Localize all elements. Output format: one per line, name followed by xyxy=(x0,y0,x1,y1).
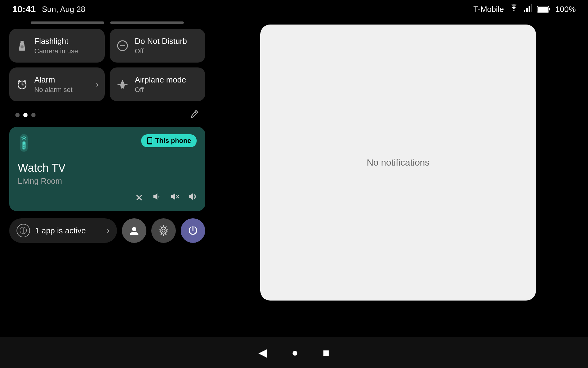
svg-rect-1 xyxy=(526,8,528,12)
watch-tv-header: This phone xyxy=(18,134,197,155)
back-button[interactable]: ◀ xyxy=(258,346,267,359)
home-button[interactable]: ● xyxy=(292,346,298,359)
airplane-tile-text: Airplane mode Off xyxy=(135,75,199,94)
dot-1 xyxy=(15,113,20,117)
svg-point-20 xyxy=(23,146,24,147)
user-button[interactable] xyxy=(122,218,146,243)
handle-left xyxy=(31,21,104,24)
watch-tv-card[interactable]: This phone Watch TV Living Room ✕ xyxy=(9,127,205,211)
alarm-chevron: › xyxy=(96,79,99,89)
main-content: Flashlight Camera in use Do Not Disturb … xyxy=(0,18,588,337)
status-right: T-Mobile 100% xyxy=(473,4,576,14)
dot-2 xyxy=(23,113,28,117)
dot-3 xyxy=(31,113,36,117)
close-button[interactable]: ✕ xyxy=(135,192,143,204)
svg-point-28 xyxy=(162,229,165,232)
svg-point-24 xyxy=(149,144,150,144)
active-app-chevron: › xyxy=(107,226,110,236)
active-app-text: 1 app is active xyxy=(35,226,102,236)
notifications-panel: No notifications xyxy=(214,18,588,337)
edit-tiles-button[interactable] xyxy=(190,109,199,121)
tile-alarm[interactable]: Alarm No alarm set › xyxy=(9,67,105,101)
watch-tv-title: Watch TV xyxy=(18,162,197,174)
svg-rect-2 xyxy=(529,6,530,12)
nav-bar: ◀ ● ■ xyxy=(0,337,588,368)
remote-icon xyxy=(18,134,30,155)
handle-right xyxy=(110,21,184,24)
volume-down-button[interactable] xyxy=(152,192,161,204)
top-handles xyxy=(9,21,205,24)
watch-tv-location: Living Room xyxy=(18,176,197,186)
svg-rect-19 xyxy=(23,142,25,145)
tile-flashlight[interactable]: Flashlight Camera in use xyxy=(9,29,105,63)
tiles-grid: Flashlight Camera in use Do Not Disturb … xyxy=(9,29,205,101)
page-dots xyxy=(15,113,36,117)
svg-rect-7 xyxy=(21,41,24,43)
notifications-card: No notifications xyxy=(260,25,536,301)
quick-settings-panel: Flashlight Camera in use Do Not Disturb … xyxy=(0,18,214,337)
battery-percent: 100% xyxy=(556,5,576,14)
carrier-text: T-Mobile xyxy=(473,5,504,14)
active-app-bar[interactable]: ⓘ 1 app is active › xyxy=(9,218,117,243)
svg-rect-6 xyxy=(549,8,550,10)
svg-line-16 xyxy=(195,112,197,113)
volume-up-button[interactable] xyxy=(187,192,197,204)
settings-button[interactable] xyxy=(151,218,176,243)
active-app-info: ⓘ 1 app is active xyxy=(17,224,102,237)
power-button[interactable] xyxy=(181,218,205,243)
status-bar: 10:41 Sun, Aug 28 T-Mobile xyxy=(0,0,588,18)
alarm-title: Alarm xyxy=(34,75,90,85)
tile-dnd[interactable]: Do Not Disturb Off xyxy=(110,29,205,63)
svg-rect-3 xyxy=(531,4,532,12)
svg-rect-0 xyxy=(524,10,525,12)
flashlight-subtitle: Camera in use xyxy=(34,47,99,55)
airplane-title: Airplane mode xyxy=(135,75,199,85)
dnd-subtitle: Off xyxy=(135,47,199,55)
flashlight-tile-text: Flashlight Camera in use xyxy=(34,36,99,55)
watch-tv-controls: ✕ xyxy=(18,192,197,204)
this-phone-text: This phone xyxy=(155,137,191,145)
wifi-icon xyxy=(509,4,519,14)
battery-icon xyxy=(537,6,551,13)
airplane-icon xyxy=(116,79,129,90)
flashlight-icon xyxy=(15,40,29,51)
airplane-subtitle: Off xyxy=(135,86,199,94)
flashlight-title: Flashlight xyxy=(34,36,99,46)
svg-rect-23 xyxy=(148,138,152,143)
alarm-tile-text: Alarm No alarm set xyxy=(34,75,90,94)
svg-line-14 xyxy=(18,80,20,82)
svg-line-15 xyxy=(24,80,26,82)
signal-icon xyxy=(524,4,532,14)
status-time: 10:41 xyxy=(12,4,36,14)
svg-point-21 xyxy=(23,148,24,149)
dnd-icon xyxy=(116,40,129,52)
svg-point-8 xyxy=(21,45,24,48)
no-notifications-text: No notifications xyxy=(367,157,429,168)
dnd-title: Do Not Disturb xyxy=(135,36,199,46)
this-phone-badge: This phone xyxy=(141,134,197,147)
svg-rect-5 xyxy=(538,7,548,12)
svg-point-27 xyxy=(132,227,136,231)
mute-button[interactable] xyxy=(170,192,179,204)
alarm-subtitle: No alarm set xyxy=(34,86,90,94)
info-icon: ⓘ xyxy=(17,224,30,237)
dots-row xyxy=(9,106,205,124)
recents-button[interactable]: ■ xyxy=(323,346,330,359)
alarm-icon xyxy=(15,79,29,90)
status-left: 10:41 Sun, Aug 28 xyxy=(12,4,85,14)
tile-airplane[interactable]: Airplane mode Off xyxy=(110,67,205,101)
dnd-tile-text: Do Not Disturb Off xyxy=(135,36,199,55)
status-date: Sun, Aug 28 xyxy=(42,5,85,14)
